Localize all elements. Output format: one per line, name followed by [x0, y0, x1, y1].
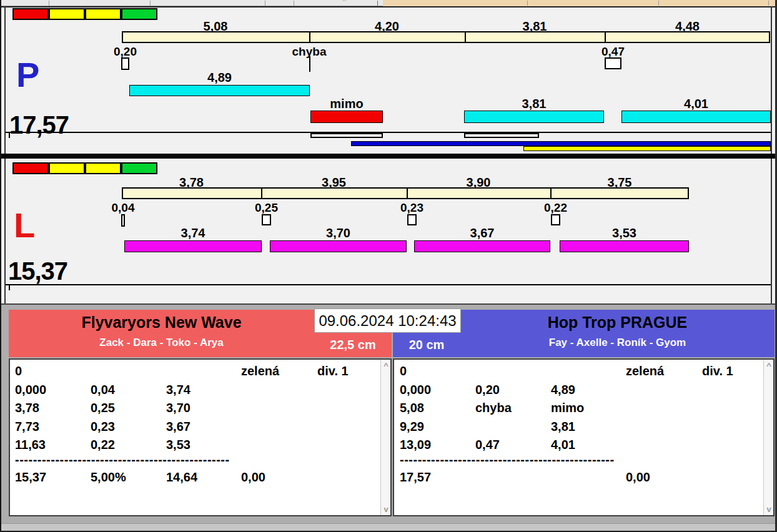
overlay-progress-bar: [523, 146, 771, 151]
scroll-up-icon[interactable]: ^: [381, 361, 391, 370]
table-cell: 3,81: [551, 420, 575, 434]
crossing-time-label: 0,22: [525, 201, 587, 215]
crossing-marker-box: [605, 57, 621, 69]
dog-time-label: 3,74: [165, 226, 221, 240]
dog-time-bar: [414, 240, 550, 252]
table-cell: zelená: [626, 364, 664, 378]
status-square: [85, 8, 121, 20]
scroll-down-icon[interactable]: v: [764, 505, 774, 514]
dog-time-label: 3,81: [506, 97, 562, 111]
table-cell: 3,67: [166, 420, 191, 434]
strip-caret-mark: ^: [343, 0, 346, 5]
pass-indicator-bar: [310, 133, 383, 138]
dog-time-bar: [560, 240, 689, 252]
table-cell: 4,89: [551, 383, 575, 397]
scroll-up-icon[interactable]: ^: [764, 361, 774, 370]
split-time-label: 3,95: [306, 175, 362, 190]
table-separator-line: ----------------------------------------…: [15, 453, 230, 467]
status-square: [121, 8, 157, 20]
crossing-marker-box: [407, 214, 417, 225]
lane-baseline: [6, 132, 771, 133]
table-total-cell: 0,00: [241, 470, 265, 485]
table-cell: 0,04: [91, 383, 115, 397]
table-cell: div. 1: [702, 364, 733, 378]
crossing-time-label: 0,23: [381, 201, 443, 215]
lane-baseline: [6, 284, 771, 285]
left-jump-height: 22,5 cm: [314, 338, 392, 352]
dog-time-bar: [621, 111, 771, 123]
status-square: [12, 8, 49, 20]
lane-label: P: [16, 57, 39, 92]
strip-tick: [150, 1, 151, 6]
crossing-marker-box: [121, 214, 125, 227]
table-total-cell: 15,37: [15, 470, 46, 485]
status-square: [85, 162, 121, 174]
top-strip: ^: [0, 0, 777, 6]
table-cell: 3,53: [166, 438, 191, 452]
table-cell: mimo: [551, 401, 584, 415]
table-total-cell: 0,00: [626, 470, 650, 485]
right-team-name: Hop Trop PRAGUE: [460, 313, 775, 332]
dog-time-label: 3,70: [310, 226, 367, 240]
right-table-scrollbar[interactable]: ^ v: [763, 360, 773, 515]
table-cell: 0,20: [475, 383, 500, 397]
app-window: ^ 5,084,203,814,480,20chyba0,474,89mimo3…: [0, 0, 777, 532]
table-cell: 0,000: [400, 383, 431, 397]
table-cell: 3,74: [166, 383, 191, 397]
bottom-status-strip: [1, 523, 775, 531]
left-team-name: Flyvaryors New Wave: [9, 313, 314, 332]
dog-time-label: 4,89: [192, 71, 248, 85]
table-cell: 13,09: [400, 438, 431, 452]
lane-panels-border-top: [1, 6, 775, 7]
table-cell: div. 1: [317, 364, 349, 378]
table-cell: 0,25: [91, 401, 115, 415]
table-cell: 3,70: [166, 401, 191, 415]
split-time-label: 3,90: [450, 175, 507, 190]
table-separator-line: ----------------------------------------…: [400, 453, 615, 467]
split-time-label: 3,81: [507, 19, 563, 34]
top-strip-tan-segment: [383, 0, 777, 6]
dog-time-label: 3,67: [454, 226, 510, 240]
dog-time-bar: [310, 111, 383, 123]
lane-label: L: [14, 208, 35, 243]
dog-time-label: 4,01: [668, 97, 725, 111]
split-time-label: 5,08: [187, 19, 244, 34]
status-square: [49, 8, 85, 20]
strip-tick: [658, 1, 659, 6]
split-divider: [407, 187, 408, 199]
strip-tick: [527, 1, 528, 6]
status-square: [12, 162, 49, 174]
crossing-time-label: 0,47: [582, 45, 645, 59]
crossing-marker-box: [121, 57, 129, 70]
datetime-display: 09.06.2024 10:24:43: [314, 308, 461, 333]
dog-time-bar: [124, 240, 262, 252]
table-cell: 4,01: [551, 438, 575, 452]
pass-indicator-bar: [464, 133, 539, 138]
split-divider: [261, 187, 262, 199]
table-cell: 0,47: [475, 438, 500, 452]
baseline-tick: [9, 285, 10, 290]
split-divider: [605, 31, 606, 43]
split-time-label: 3,75: [591, 175, 648, 190]
dog-time-bar: [464, 111, 604, 123]
table-cell: 0: [400, 364, 407, 378]
crossing-time-label: 0,04: [92, 201, 154, 215]
split-divider: [550, 187, 552, 199]
strip-tick: [377, 1, 378, 6]
crossing-marker-tick: [309, 56, 310, 72]
right-team-roster: Fay - Axelle - Roník - Gyom: [460, 337, 775, 349]
strip-tick: [265, 1, 265, 6]
table-cell: chyba: [475, 401, 512, 415]
split-divider: [465, 31, 466, 43]
crossing-time-label: 0,25: [235, 201, 298, 215]
strip-tick: [294, 1, 294, 6]
scroll-down-icon[interactable]: v: [381, 505, 391, 514]
table-cell: 0: [15, 364, 22, 378]
split-time-label: 3,78: [164, 175, 220, 190]
split-time-label: 4,20: [359, 19, 415, 34]
lane-total-time: 17,57: [9, 112, 69, 137]
left-table-scrollbar[interactable]: ^ v: [380, 360, 390, 515]
table-cell: 7,73: [15, 420, 39, 434]
right-results-table: [393, 358, 775, 516]
crossing-time-label: 0,20: [94, 45, 157, 59]
